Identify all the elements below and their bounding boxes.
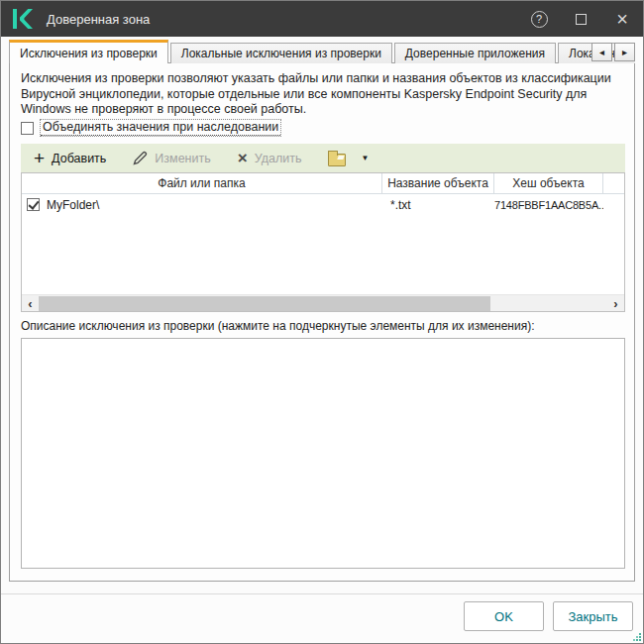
- tab-scroll-right-button[interactable]: ▸: [614, 43, 635, 61]
- row-file-or-folder: MyFolder\: [47, 198, 99, 212]
- pencil-icon: [133, 151, 148, 165]
- exclusion-description-label: Описание исключения из проверки (нажмите…: [21, 319, 535, 333]
- row-checkbox[interactable]: [27, 198, 40, 211]
- titlebar: Доверенная зона ? ×: [1, 1, 643, 37]
- window-close-button[interactable]: ×: [605, 1, 639, 37]
- maximize-button[interactable]: [564, 1, 597, 37]
- footer: OK Закрыть: [1, 593, 643, 643]
- inherit-checkbox[interactable]: [21, 122, 34, 135]
- help-icon: ?: [531, 11, 548, 28]
- scrollbar-left-arrow[interactable]: ‹: [22, 296, 39, 311]
- ok-button[interactable]: OK: [464, 601, 544, 631]
- kaspersky-logo-icon: [12, 9, 34, 29]
- add-button[interactable]: + Добавить: [34, 152, 106, 165]
- delete-x-icon: ×: [238, 152, 248, 165]
- column-header-object-name[interactable]: Название объекта: [382, 173, 494, 193]
- exclusion-description-box: [21, 338, 625, 569]
- inherit-checkbox-row: Объединять значения при наследовании: [21, 120, 280, 136]
- tab-local-exclusions[interactable]: Локальные исключения из проверки: [170, 43, 392, 63]
- close-icon: ×: [616, 10, 628, 28]
- folder-dropdown-button[interactable]: ▼: [328, 151, 369, 166]
- exclusions-table: Файл или папка Название объекта Хеш объе…: [21, 172, 625, 312]
- plus-icon: +: [34, 152, 45, 165]
- row-object-name: *.txt: [382, 198, 494, 212]
- tab-scroll-buttons: ◂ ▸: [591, 43, 635, 61]
- scrollbar-thumb[interactable]: [39, 296, 490, 311]
- column-header-object-hash[interactable]: Хеш объекта: [494, 173, 603, 193]
- edit-button-label: Изменить: [155, 152, 210, 165]
- scrollbar-right-arrow[interactable]: ›: [607, 296, 624, 311]
- table-empty-area: [22, 215, 624, 294]
- tab-scroll-left-button[interactable]: ◂: [591, 43, 612, 61]
- edit-button[interactable]: Изменить: [133, 151, 210, 165]
- tab-bar: Исключения из проверки Локальные исключе…: [9, 40, 635, 63]
- close-button[interactable]: Закрыть: [553, 601, 633, 631]
- column-header-file-or-folder[interactable]: Файл или папка: [22, 173, 382, 193]
- table-header-row: Файл или папка Название объекта Хеш объе…: [22, 173, 624, 194]
- help-button[interactable]: ?: [522, 1, 556, 37]
- add-button-label: Добавить: [52, 152, 106, 165]
- scroll-right-icon: ▸: [622, 47, 627, 57]
- column-header-filler: [603, 173, 624, 193]
- trusted-zone-dialog: Доверенная зона ? × Исключения из провер…: [0, 0, 644, 644]
- delete-button[interactable]: × Удалить: [238, 152, 302, 165]
- tab-exclusions[interactable]: Исключения из проверки: [9, 40, 168, 63]
- exclusions-description-text: Исключения из проверки позволяют указать…: [21, 71, 627, 118]
- table-row[interactable]: MyFolder\ *.txt 7148FBBF1AAC8B5A...: [22, 194, 624, 215]
- tab-trusted-applications[interactable]: Доверенные приложения: [394, 43, 556, 63]
- maximize-icon: [576, 14, 587, 25]
- folder-icon: [328, 154, 346, 166]
- delete-button-label: Удалить: [255, 152, 302, 165]
- horizontal-scrollbar[interactable]: ‹ ›: [22, 294, 624, 311]
- inherit-checkbox-label[interactable]: Объединять значения при наследовании: [41, 120, 280, 136]
- resize-grip[interactable]: [631, 631, 641, 641]
- exclusions-toolbar: + Добавить Изменить × Удалить ▼: [21, 144, 625, 172]
- dropdown-arrow-icon: ▼: [361, 154, 369, 162]
- scroll-left-icon: ◂: [599, 47, 604, 57]
- window-title: Доверенная зона: [47, 12, 150, 27]
- exclusions-tab-panel: Исключения из проверки позволяют указать…: [9, 62, 635, 582]
- row-object-hash: 7148FBBF1AAC8B5A...: [494, 199, 603, 211]
